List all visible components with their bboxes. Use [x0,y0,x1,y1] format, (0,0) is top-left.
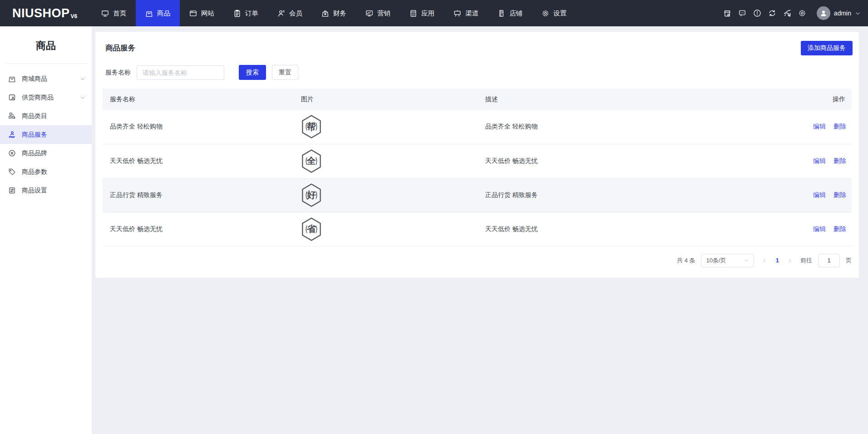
add-service-button[interactable]: 添加商品服务 [801,41,853,55]
badge-character: 省 [301,217,322,242]
sidebar-item-supplier-goods[interactable]: 供货商商品 [0,88,92,107]
delete-link[interactable]: 删除 [833,191,846,198]
edit-link[interactable]: 编辑 [813,157,826,164]
storefront-icon[interactable] [723,9,731,17]
bag-icon [8,75,16,83]
page-size-value: 10条/页 [706,256,726,265]
service-name: 正品行货 精致服务 [103,178,294,212]
badge-character: 好 [301,183,322,207]
username: admin [834,10,851,17]
clipboard-icon [233,10,241,17]
book-icon [498,10,505,17]
sidebar-item-brand[interactable]: R 商品品牌 [0,144,92,163]
avatar [817,6,830,20]
search-button[interactable]: 搜索 [239,65,266,80]
nav-item-goods[interactable]: 商品 [136,0,180,26]
delete-link[interactable]: 删除 [833,225,846,232]
nav-item-label: 商品 [157,9,170,18]
message-icon[interactable] [738,9,746,17]
sidebar-item-params[interactable]: 商品参数 [0,163,92,181]
nav-item-orders[interactable]: 订单 [224,0,268,26]
page-title: 商品服务 [105,43,135,53]
nav-item-label: 应用 [421,9,434,18]
service-image-badge: 帮 [301,114,322,139]
page-size-select[interactable]: 10条/页 [701,254,754,267]
refresh-icon[interactable] [768,9,776,17]
logo-version: V6 [71,13,78,20]
service-image-badge: 好 [301,183,322,207]
logo[interactable]: NIUSHOP V6 [0,0,92,26]
nav-item-channels[interactable]: 渠道 [444,0,488,26]
gear-icon[interactable] [798,9,806,17]
next-page-button[interactable] [787,258,793,263]
edit-link[interactable]: 编辑 [813,191,826,198]
card-header: 商品服务 添加商品服务 [95,32,859,55]
filter-bar: 服务名称 搜索 重置 [105,65,859,80]
sidebar-item-label: 商品服务 [22,131,47,139]
wallet-icon [321,10,329,17]
service-desc: 品类齐全 轻松购物 [478,110,770,144]
table-row: 天天低价 畅选无忧 全 天天低价 畅选无忧 编辑删除 [103,144,852,178]
nav-item-apps[interactable]: 应用 [400,0,444,26]
nav-item-website[interactable]: 网站 [180,0,224,26]
nav-item-label: 订单 [245,9,258,18]
nav-item-finance[interactable]: 财务 [312,0,356,26]
nav-item-home[interactable]: 首页 [92,0,136,26]
prev-page-button[interactable] [762,258,767,263]
service-image-badge: 全 [301,149,322,173]
sidebar-item-goods-settings[interactable]: 商品设置 [0,181,92,200]
chevron-down-icon [80,95,85,100]
nav-item-members[interactable]: 会员 [268,0,312,26]
gear-icon [542,10,549,17]
bag-icon [145,10,153,17]
sidebar-item-goods-service[interactable]: 商品服务 [0,125,92,144]
sidebar-item-label: 供货商商品 [22,94,54,102]
sidebar-item-label: 商品品牌 [22,149,47,158]
reset-button[interactable]: 重置 [272,65,298,80]
delete-link[interactable]: 删除 [833,157,846,164]
browser-icon [189,10,197,17]
alert-icon[interactable] [753,9,761,17]
goto-page-input[interactable] [818,254,840,267]
badge-character: 全 [301,149,322,173]
chevron-down-icon [744,258,749,263]
pager: 1 [762,257,793,264]
nav-item-label: 财务 [333,9,346,18]
nav-item-label: 店铺 [509,9,523,18]
nav-item-settings[interactable]: 设置 [532,0,576,26]
delete-link[interactable]: 删除 [833,123,846,130]
sidebar-item-label: 商城商品 [22,75,47,83]
sidebar-item-category[interactable]: 商品类目 [0,107,92,125]
top-navbar: NIUSHOP V6 首页 商品 网站 订单 会员 财务 营销 [0,0,868,26]
column-header-actions: 操作 [770,89,852,110]
total-count: 共 4 条 [677,256,695,265]
sidebar-menu: 商城商品 供货商商品 商品类目 商品服务 R 商品品牌 商品参数 商品设置 [0,64,92,200]
sliders-icon [8,187,16,194]
nav-item-label: 设置 [553,9,567,18]
sidebar-title: 商品 [0,26,92,64]
nav-item-shop[interactable]: 店铺 [488,0,532,26]
page-number[interactable]: 1 [775,257,779,264]
sidebar-item-label: 商品参数 [22,168,47,176]
services-table: 服务名称 图片 描述 操作 品类齐全 轻松购物 帮 品类齐全 轻松购物 编辑删除… [103,89,852,247]
sidebar-item-mall-goods[interactable]: 商城商品 [0,69,92,88]
service-desc: 天天低价 畅选无忧 [478,212,770,246]
sidebar-item-label: 商品设置 [22,187,47,195]
rocket-icon[interactable] [783,9,791,17]
nav-item-label: 网站 [201,9,214,18]
service-name: 天天低价 畅选无忧 [103,212,294,246]
sidebar-item-label: 商品类目 [22,112,47,120]
service-image-badge: 省 [301,217,322,242]
nav-item-marketing[interactable]: 营销 [356,0,400,26]
edit-link[interactable]: 编辑 [813,225,826,232]
edit-link[interactable]: 编辑 [813,123,826,130]
sidebar: 商品 商城商品 供货商商品 商品类目 商品服务 R 商品品牌 商品参数 [0,26,92,434]
registered-icon: R [8,149,16,157]
nav-item-label: 会员 [289,9,302,18]
table-row: 天天低价 畅选无忧 省 天天低价 畅选无忧 编辑删除 [103,212,852,246]
service-name: 品类齐全 轻松购物 [103,110,294,144]
user-menu[interactable]: admin [817,6,861,20]
service-name-label: 服务名称 [105,69,131,77]
service-name-input[interactable] [137,65,224,80]
nav-item-label: 营销 [377,9,390,18]
